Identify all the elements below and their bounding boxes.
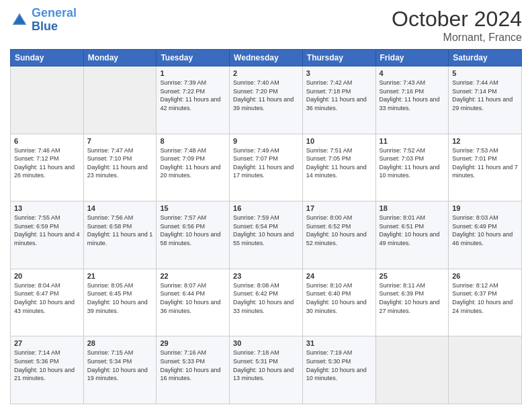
calendar-cell: 27Sunrise: 7:14 AM Sunset: 5:36 PM Dayli… [11, 336, 84, 404]
calendar-dow-tuesday: Tuesday [157, 50, 230, 66]
calendar-cell: 12Sunrise: 7:53 AM Sunset: 7:01 PM Dayli… [449, 134, 522, 201]
day-info: Sunrise: 8:03 AM Sunset: 6:49 PM Dayligh… [452, 214, 518, 247]
day-info: Sunrise: 7:14 AM Sunset: 5:36 PM Dayligh… [14, 349, 80, 382]
calendar-week-1: 1Sunrise: 7:39 AM Sunset: 7:22 PM Daylig… [11, 66, 522, 134]
calendar-cell: 10Sunrise: 7:51 AM Sunset: 7:05 PM Dayli… [302, 134, 375, 201]
day-number: 24 [306, 272, 372, 280]
day-number: 20 [14, 272, 80, 280]
day-number: 15 [160, 204, 226, 212]
day-number: 8 [160, 137, 226, 145]
month-title: October 2024 [392, 7, 522, 32]
logo-icon [10, 11, 29, 30]
calendar-cell: 19Sunrise: 8:03 AM Sunset: 6:49 PM Dayli… [449, 201, 522, 269]
calendar-week-2: 6Sunrise: 7:46 AM Sunset: 7:12 PM Daylig… [11, 134, 522, 201]
day-number: 16 [233, 204, 299, 212]
day-info: Sunrise: 7:52 AM Sunset: 7:03 PM Dayligh… [380, 146, 445, 180]
calendar-cell: 30Sunrise: 7:18 AM Sunset: 5:31 PM Dayli… [230, 336, 303, 404]
day-info: Sunrise: 7:53 AM Sunset: 7:01 PM Dayligh… [452, 146, 518, 180]
day-info: Sunrise: 8:12 AM Sunset: 6:37 PM Dayligh… [452, 281, 518, 315]
day-number: 11 [380, 137, 445, 145]
title-block: October 2024 Mornant, France [392, 7, 522, 44]
calendar-cell: 9Sunrise: 7:49 AM Sunset: 7:07 PM Daylig… [230, 134, 303, 201]
calendar-cell: 18Sunrise: 8:01 AM Sunset: 6:51 PM Dayli… [375, 201, 449, 269]
day-info: Sunrise: 7:46 AM Sunset: 7:12 PM Dayligh… [14, 146, 80, 180]
day-number: 28 [87, 339, 153, 347]
day-number: 29 [160, 339, 226, 347]
calendar-cell [449, 336, 522, 404]
calendar-cell: 11Sunrise: 7:52 AM Sunset: 7:03 PM Dayli… [375, 134, 449, 201]
logo-text: General Blue [32, 7, 77, 34]
day-number: 1 [160, 69, 226, 77]
calendar-cell: 22Sunrise: 8:07 AM Sunset: 6:44 PM Dayli… [157, 269, 230, 336]
day-info: Sunrise: 7:19 AM Sunset: 5:30 PM Dayligh… [306, 349, 372, 382]
calendar-cell: 14Sunrise: 7:56 AM Sunset: 6:58 PM Dayli… [83, 201, 157, 269]
day-number: 17 [306, 204, 372, 212]
calendar-cell: 1Sunrise: 7:39 AM Sunset: 7:22 PM Daylig… [157, 66, 230, 134]
calendar-cell: 31Sunrise: 7:19 AM Sunset: 5:30 PM Dayli… [302, 336, 375, 404]
calendar-cell: 21Sunrise: 8:05 AM Sunset: 6:45 PM Dayli… [83, 269, 157, 336]
day-number: 5 [452, 69, 518, 77]
day-number: 19 [452, 204, 518, 212]
calendar-cell: 8Sunrise: 7:48 AM Sunset: 7:09 PM Daylig… [157, 134, 230, 201]
calendar-cell: 29Sunrise: 7:16 AM Sunset: 5:33 PM Dayli… [157, 336, 230, 404]
day-info: Sunrise: 8:05 AM Sunset: 6:45 PM Dayligh… [87, 281, 153, 315]
calendar-cell: 5Sunrise: 7:44 AM Sunset: 7:14 PM Daylig… [449, 66, 522, 134]
calendar-week-5: 27Sunrise: 7:14 AM Sunset: 5:36 PM Dayli… [11, 336, 522, 404]
day-number: 9 [233, 137, 299, 145]
day-info: Sunrise: 7:42 AM Sunset: 7:18 PM Dayligh… [306, 79, 372, 112]
calendar-cell: 7Sunrise: 7:47 AM Sunset: 7:10 PM Daylig… [83, 134, 157, 201]
calendar-dow-friday: Friday [375, 50, 449, 66]
calendar-table: SundayMondayTuesdayWednesdayThursdayFrid… [10, 49, 522, 404]
calendar-cell: 3Sunrise: 7:42 AM Sunset: 7:18 PM Daylig… [302, 66, 375, 134]
day-number: 18 [380, 204, 445, 212]
day-info: Sunrise: 7:15 AM Sunset: 5:34 PM Dayligh… [87, 349, 153, 382]
calendar-cell: 15Sunrise: 7:57 AM Sunset: 6:56 PM Dayli… [157, 201, 230, 269]
day-number: 22 [160, 272, 226, 280]
day-number: 14 [87, 204, 153, 212]
location-title: Mornant, France [392, 32, 522, 44]
calendar-week-4: 20Sunrise: 8:04 AM Sunset: 6:47 PM Dayli… [11, 269, 522, 336]
calendar-cell: 16Sunrise: 7:59 AM Sunset: 6:54 PM Dayli… [230, 201, 303, 269]
calendar-cell: 24Sunrise: 8:10 AM Sunset: 6:40 PM Dayli… [302, 269, 375, 336]
day-info: Sunrise: 7:57 AM Sunset: 6:56 PM Dayligh… [160, 214, 226, 247]
day-info: Sunrise: 7:44 AM Sunset: 7:14 PM Dayligh… [452, 79, 518, 112]
day-info: Sunrise: 7:16 AM Sunset: 5:33 PM Dayligh… [160, 349, 226, 382]
calendar-dow-thursday: Thursday [302, 50, 375, 66]
calendar-cell [11, 66, 84, 134]
day-info: Sunrise: 8:07 AM Sunset: 6:44 PM Dayligh… [160, 281, 226, 315]
day-number: 13 [14, 204, 80, 212]
day-info: Sunrise: 7:55 AM Sunset: 6:59 PM Dayligh… [14, 214, 80, 247]
day-number: 6 [14, 137, 80, 145]
day-number: 25 [380, 272, 445, 280]
day-number: 12 [452, 137, 518, 145]
logo: General Blue [10, 7, 77, 34]
calendar-cell: 4Sunrise: 7:43 AM Sunset: 7:16 PM Daylig… [375, 66, 449, 134]
calendar-cell: 25Sunrise: 8:11 AM Sunset: 6:39 PM Dayli… [375, 269, 449, 336]
day-info: Sunrise: 7:18 AM Sunset: 5:31 PM Dayligh… [233, 349, 299, 382]
day-info: Sunrise: 7:39 AM Sunset: 7:22 PM Dayligh… [160, 79, 226, 112]
calendar-cell: 20Sunrise: 8:04 AM Sunset: 6:47 PM Dayli… [11, 269, 84, 336]
calendar-cell: 23Sunrise: 8:08 AM Sunset: 6:42 PM Dayli… [230, 269, 303, 336]
day-info: Sunrise: 7:51 AM Sunset: 7:05 PM Dayligh… [306, 146, 372, 180]
day-number: 2 [233, 69, 299, 77]
day-info: Sunrise: 7:56 AM Sunset: 6:58 PM Dayligh… [87, 214, 153, 247]
day-info: Sunrise: 8:04 AM Sunset: 6:47 PM Dayligh… [14, 281, 80, 315]
day-info: Sunrise: 8:00 AM Sunset: 6:52 PM Dayligh… [306, 214, 372, 247]
calendar-week-3: 13Sunrise: 7:55 AM Sunset: 6:59 PM Dayli… [11, 201, 522, 269]
calendar-dow-saturday: Saturday [449, 50, 522, 66]
day-info: Sunrise: 7:49 AM Sunset: 7:07 PM Dayligh… [233, 146, 299, 180]
calendar-dow-wednesday: Wednesday [230, 50, 303, 66]
day-number: 7 [87, 137, 153, 145]
day-number: 27 [14, 339, 80, 347]
day-info: Sunrise: 7:48 AM Sunset: 7:09 PM Dayligh… [160, 146, 226, 180]
calendar-cell: 6Sunrise: 7:46 AM Sunset: 7:12 PM Daylig… [11, 134, 84, 201]
calendar-cell: 2Sunrise: 7:40 AM Sunset: 7:20 PM Daylig… [230, 66, 303, 134]
calendar-cell [83, 66, 157, 134]
day-number: 10 [306, 137, 372, 145]
page: General Blue October 2024 Mornant, Franc… [0, 0, 532, 411]
calendar-cell: 28Sunrise: 7:15 AM Sunset: 5:34 PM Dayli… [83, 336, 157, 404]
day-number: 23 [233, 272, 299, 280]
day-number: 3 [306, 69, 372, 77]
day-number: 21 [87, 272, 153, 280]
day-info: Sunrise: 8:01 AM Sunset: 6:51 PM Dayligh… [380, 214, 445, 247]
